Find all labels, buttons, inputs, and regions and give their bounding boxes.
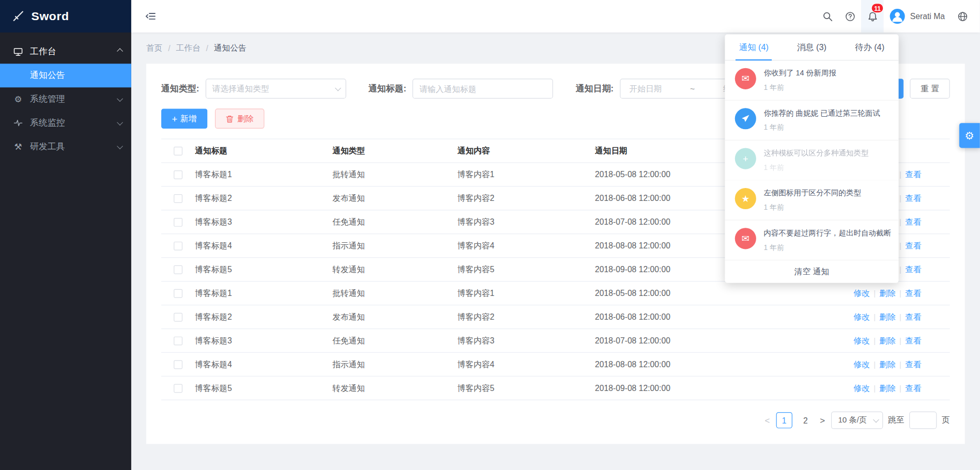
delete-link[interactable]: 删除 bbox=[879, 335, 895, 347]
notifications-bell-icon[interactable]: 11 bbox=[861, 0, 884, 33]
sidebar-item-monitor[interactable]: 系统监控 bbox=[0, 111, 131, 135]
delete-link[interactable]: 删除 bbox=[879, 383, 895, 394]
page-number-1[interactable]: 1 bbox=[776, 412, 792, 428]
table-row: 博客标题3 任免通知 博客内容3 2018-07-08 12:00:00 修改 … bbox=[161, 329, 950, 353]
row-checkbox[interactable] bbox=[174, 241, 182, 250]
cell-notice-type: 指示通知 bbox=[332, 359, 457, 370]
notice-title-input[interactable] bbox=[412, 79, 553, 99]
jump-page-input[interactable] bbox=[909, 412, 937, 429]
user-menu[interactable]: Serati Ma bbox=[884, 0, 951, 33]
sidebar-item-notice[interactable]: 通知公告 bbox=[0, 64, 131, 87]
edit-link[interactable]: 修改 bbox=[853, 311, 869, 323]
cell-notice-date: 2018-07-08 12:00:00 bbox=[595, 336, 854, 345]
logo[interactable]: Sword bbox=[0, 0, 131, 33]
row-checkbox[interactable] bbox=[174, 384, 182, 393]
notice-type-select[interactable]: 请选择通知类型 bbox=[205, 79, 346, 99]
trash-icon bbox=[225, 115, 234, 123]
cell-notice-title: 博客标题3 bbox=[195, 216, 332, 228]
breadcrumb-separator: / bbox=[168, 43, 170, 53]
tab-notifications[interactable]: 通知 (4) bbox=[725, 34, 783, 60]
view-link[interactable]: 查看 bbox=[905, 383, 921, 394]
view-link[interactable]: 查看 bbox=[905, 311, 921, 323]
cell-notice-content: 博客内容2 bbox=[457, 311, 595, 323]
pagination: < 1 2 > 10 条/页 跳至 页 bbox=[161, 412, 950, 429]
view-link[interactable]: 查看 bbox=[905, 359, 921, 370]
cell-notice-content: 博客内容2 bbox=[457, 193, 595, 204]
notification-item[interactable]: ✉ 你收到了 14 份新周报 1 年前 bbox=[725, 60, 898, 100]
cell-notice-title: 博客标题5 bbox=[195, 264, 332, 275]
column-header-content: 通知内容 bbox=[457, 145, 595, 156]
view-link[interactable]: 查看 bbox=[905, 193, 921, 204]
cell-notice-content: 博客内容5 bbox=[457, 383, 595, 394]
date-range-separator: ~ bbox=[690, 84, 695, 93]
reset-button[interactable]: 重 置 bbox=[910, 79, 950, 99]
cell-notice-title: 博客标题4 bbox=[195, 359, 332, 370]
notification-badge: 11 bbox=[871, 3, 884, 13]
tab-todos[interactable]: 待办 (4) bbox=[841, 34, 899, 60]
theme-settings-button[interactable]: ⚙ bbox=[959, 123, 980, 148]
notification-dropdown: 通知 (4) 消息 (3) 待办 (4) ✉ 你收到了 14 份新周报 1 年前… bbox=[725, 34, 898, 283]
delete-link[interactable]: 删除 bbox=[879, 288, 895, 299]
notification-item-read[interactable]: + 这种模板可以区分多种通知类型 1 年前 bbox=[725, 140, 898, 180]
view-link[interactable]: 查看 bbox=[905, 264, 921, 275]
row-checkbox[interactable] bbox=[174, 265, 182, 274]
cell-notice-type: 转发通知 bbox=[332, 383, 457, 394]
cell-notice-title: 博客标题1 bbox=[195, 169, 332, 180]
sidebar-item-system[interactable]: ⚙ 系统管理 bbox=[0, 87, 131, 111]
prev-page-icon[interactable]: < bbox=[763, 415, 771, 425]
sidebar-collapse-icon[interactable] bbox=[143, 8, 159, 24]
monitor-icon bbox=[12, 118, 24, 128]
edit-link[interactable]: 修改 bbox=[853, 335, 869, 347]
delete-button[interactable]: 删除 bbox=[215, 108, 265, 129]
select-all-checkbox[interactable] bbox=[174, 147, 182, 155]
cell-notice-content: 博客内容5 bbox=[457, 264, 595, 275]
edit-link[interactable]: 修改 bbox=[853, 359, 869, 370]
next-page-icon[interactable]: > bbox=[819, 415, 826, 425]
app-title: Sword bbox=[31, 9, 69, 23]
row-checkbox[interactable] bbox=[174, 194, 182, 202]
notification-time: 1 年前 bbox=[763, 83, 893, 92]
tab-messages[interactable]: 消息 (3) bbox=[783, 34, 840, 60]
edit-link[interactable]: 修改 bbox=[853, 288, 869, 299]
cell-notice-title: 博客标题2 bbox=[195, 311, 332, 323]
sidebar-item-devtools[interactable]: ⚒ 研发工具 bbox=[0, 135, 131, 159]
globe-icon[interactable] bbox=[951, 0, 974, 33]
page-unit-label: 页 bbox=[942, 415, 950, 426]
sidebar-menu: 工作台 通知公告 ⚙ 系统管理 系统监控 ⚒ bbox=[0, 33, 131, 159]
jump-label: 跳至 bbox=[888, 415, 904, 426]
row-checkbox[interactable] bbox=[174, 289, 182, 297]
edit-link[interactable]: 修改 bbox=[853, 383, 869, 394]
help-icon[interactable] bbox=[839, 0, 862, 33]
notification-item[interactable]: ✉ 内容不要超过两行字，超出时自动截断 1 年前 bbox=[725, 221, 898, 260]
view-link[interactable]: 查看 bbox=[905, 169, 921, 180]
sidebar-item-workbench[interactable]: 工作台 bbox=[0, 40, 131, 64]
cell-notice-title: 博客标题5 bbox=[195, 383, 332, 394]
cell-notice-type: 转发通知 bbox=[332, 264, 457, 275]
view-link[interactable]: 查看 bbox=[905, 288, 921, 299]
cell-notice-content: 博客内容4 bbox=[457, 359, 595, 370]
row-checkbox[interactable] bbox=[174, 336, 182, 345]
breadcrumb-home[interactable]: 首页 bbox=[146, 42, 162, 54]
notification-item[interactable]: 你推荐的 曲妮妮 已通过第三轮面试 1 年前 bbox=[725, 101, 898, 140]
workbench-icon bbox=[12, 47, 24, 57]
delete-link[interactable]: 删除 bbox=[879, 359, 895, 370]
row-checkbox[interactable] bbox=[174, 217, 182, 226]
header-actions: 11 Serati Ma bbox=[816, 0, 979, 33]
view-link[interactable]: 查看 bbox=[905, 216, 921, 228]
page-number-2[interactable]: 2 bbox=[798, 412, 814, 428]
page-size-select[interactable]: 10 条/页 bbox=[831, 412, 883, 429]
row-checkbox[interactable] bbox=[174, 360, 182, 369]
search-icon[interactable] bbox=[816, 0, 839, 33]
chevron-down-icon bbox=[117, 143, 123, 149]
row-checkbox[interactable] bbox=[174, 170, 182, 179]
delete-link[interactable]: 删除 bbox=[879, 311, 895, 323]
notification-item[interactable]: ★ 左侧图标用于区分不同的类型 1 年前 bbox=[725, 180, 898, 220]
action-divider: | bbox=[874, 360, 876, 369]
add-button[interactable]: +新增 bbox=[161, 108, 207, 129]
breadcrumb-workbench[interactable]: 工作台 bbox=[176, 42, 200, 54]
clear-notifications-button[interactable]: 清空 通知 bbox=[725, 260, 898, 283]
view-link[interactable]: 查看 bbox=[905, 335, 921, 347]
view-link[interactable]: 查看 bbox=[905, 240, 921, 252]
row-checkbox[interactable] bbox=[174, 312, 182, 321]
notification-title: 你收到了 14 份新周报 bbox=[763, 68, 893, 79]
